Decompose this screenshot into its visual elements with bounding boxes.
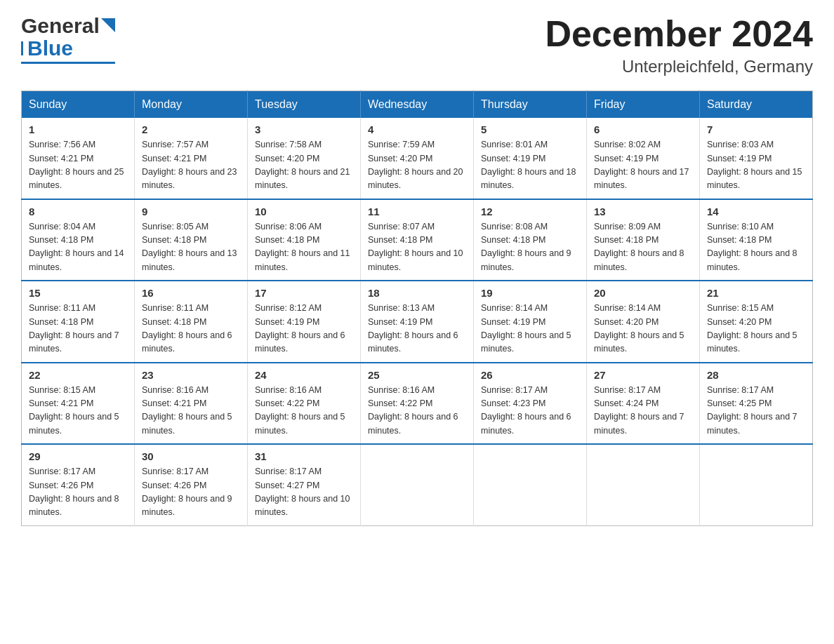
calendar-cell: 21 Sunrise: 8:15 AMSunset: 4:20 PMDaylig… [700, 281, 813, 363]
day-number: 21 [707, 287, 805, 299]
weekday-header-friday: Friday [587, 91, 700, 119]
day-number: 12 [481, 206, 579, 217]
day-info: Sunrise: 8:05 AMSunset: 4:18 PMDaylight:… [142, 220, 240, 275]
calendar-cell [700, 444, 813, 525]
logo: General Blue [21, 14, 115, 64]
day-number: 8 [29, 206, 127, 217]
calendar-cell: 5 Sunrise: 8:01 AMSunset: 4:19 PMDayligh… [474, 118, 587, 199]
calendar-cell: 17 Sunrise: 8:12 AMSunset: 4:19 PMDaylig… [248, 281, 361, 363]
day-info: Sunrise: 8:06 AMSunset: 4:18 PMDaylight:… [255, 220, 353, 275]
calendar-cell [361, 444, 474, 525]
day-info: Sunrise: 7:59 AMSunset: 4:20 PMDaylight:… [368, 138, 466, 193]
calendar-cell: 16 Sunrise: 8:11 AMSunset: 4:18 PMDaylig… [135, 281, 248, 363]
calendar-cell: 4 Sunrise: 7:59 AMSunset: 4:20 PMDayligh… [361, 118, 474, 199]
calendar-cell: 3 Sunrise: 7:58 AMSunset: 4:20 PMDayligh… [248, 118, 361, 199]
calendar-cell: 8 Sunrise: 8:04 AMSunset: 4:18 PMDayligh… [22, 199, 135, 281]
calendar-cell: 27 Sunrise: 8:17 AMSunset: 4:24 PMDaylig… [587, 363, 700, 445]
calendar-cell: 29 Sunrise: 8:17 AMSunset: 4:26 PMDaylig… [22, 444, 135, 525]
day-info: Sunrise: 8:16 AMSunset: 4:21 PMDaylight:… [142, 384, 240, 438]
location-title: Unterpleichfeld, Germany [545, 57, 813, 76]
day-number: 25 [368, 369, 466, 381]
day-info: Sunrise: 8:14 AMSunset: 4:20 PMDaylight:… [594, 302, 692, 356]
day-info: Sunrise: 8:10 AMSunset: 4:18 PMDaylight:… [707, 220, 805, 275]
day-info: Sunrise: 8:08 AMSunset: 4:18 PMDaylight:… [481, 220, 579, 275]
day-number: 16 [142, 287, 240, 299]
day-number: 30 [142, 450, 240, 462]
day-number: 15 [29, 287, 127, 299]
day-info: Sunrise: 8:15 AMSunset: 4:20 PMDaylight:… [707, 302, 805, 356]
day-number: 27 [594, 369, 692, 381]
calendar-cell: 22 Sunrise: 8:15 AMSunset: 4:21 PMDaylig… [22, 363, 135, 445]
day-info: Sunrise: 8:02 AMSunset: 4:19 PMDaylight:… [594, 138, 692, 193]
day-number: 1 [29, 123, 127, 135]
day-info: Sunrise: 7:58 AMSunset: 4:20 PMDaylight:… [255, 138, 353, 193]
day-number: 3 [255, 123, 353, 135]
logo-blue: Blue [23, 36, 73, 60]
day-info: Sunrise: 8:17 AMSunset: 4:24 PMDaylight:… [594, 384, 692, 438]
calendar-cell: 31 Sunrise: 8:17 AMSunset: 4:27 PMDaylig… [248, 444, 361, 525]
day-number: 13 [594, 206, 692, 217]
calendar-cell: 1 Sunrise: 7:56 AMSunset: 4:21 PMDayligh… [22, 118, 135, 199]
calendar-cell: 11 Sunrise: 8:07 AMSunset: 4:18 PMDaylig… [361, 199, 474, 281]
logo-underline [21, 62, 115, 64]
calendar-week-row: 22 Sunrise: 8:15 AMSunset: 4:21 PMDaylig… [22, 363, 813, 445]
day-info: Sunrise: 8:01 AMSunset: 4:19 PMDaylight:… [481, 138, 579, 193]
day-info: Sunrise: 8:11 AMSunset: 4:18 PMDaylight:… [29, 302, 127, 356]
day-number: 10 [255, 206, 353, 217]
day-info: Sunrise: 8:12 AMSunset: 4:19 PMDaylight:… [255, 302, 353, 356]
day-number: 24 [255, 369, 353, 381]
calendar-cell: 2 Sunrise: 7:57 AMSunset: 4:21 PMDayligh… [135, 118, 248, 199]
day-info: Sunrise: 8:17 AMSunset: 4:27 PMDaylight:… [255, 465, 353, 520]
calendar-header-row: SundayMondayTuesdayWednesdayThursdayFrid… [22, 91, 813, 119]
calendar-cell: 20 Sunrise: 8:14 AMSunset: 4:20 PMDaylig… [587, 281, 700, 363]
calendar-cell: 18 Sunrise: 8:13 AMSunset: 4:19 PMDaylig… [361, 281, 474, 363]
day-info: Sunrise: 8:07 AMSunset: 4:18 PMDaylight:… [368, 220, 466, 275]
weekday-header-tuesday: Tuesday [248, 91, 361, 119]
calendar-cell: 24 Sunrise: 8:16 AMSunset: 4:22 PMDaylig… [248, 363, 361, 445]
day-number: 4 [368, 123, 466, 135]
weekday-header-saturday: Saturday [700, 91, 813, 119]
svg-marker-0 [101, 18, 115, 32]
calendar-cell: 30 Sunrise: 8:17 AMSunset: 4:26 PMDaylig… [135, 444, 248, 525]
day-number: 5 [481, 123, 579, 135]
day-info: Sunrise: 8:16 AMSunset: 4:22 PMDaylight:… [368, 384, 466, 438]
calendar-cell: 13 Sunrise: 8:09 AMSunset: 4:18 PMDaylig… [587, 199, 700, 281]
calendar-week-row: 15 Sunrise: 8:11 AMSunset: 4:18 PMDaylig… [22, 281, 813, 363]
day-number: 11 [368, 206, 466, 217]
calendar-week-row: 29 Sunrise: 8:17 AMSunset: 4:26 PMDaylig… [22, 444, 813, 525]
calendar-cell: 12 Sunrise: 8:08 AMSunset: 4:18 PMDaylig… [474, 199, 587, 281]
calendar-cell: 23 Sunrise: 8:16 AMSunset: 4:21 PMDaylig… [135, 363, 248, 445]
day-number: 20 [594, 287, 692, 299]
day-number: 23 [142, 369, 240, 381]
weekday-header-sunday: Sunday [22, 91, 135, 119]
day-info: Sunrise: 8:17 AMSunset: 4:26 PMDaylight:… [29, 465, 127, 520]
day-number: 26 [481, 369, 579, 381]
day-info: Sunrise: 8:09 AMSunset: 4:18 PMDaylight:… [594, 220, 692, 275]
calendar-cell: 19 Sunrise: 8:14 AMSunset: 4:19 PMDaylig… [474, 281, 587, 363]
day-number: 28 [707, 369, 805, 381]
day-number: 14 [707, 206, 805, 217]
day-number: 17 [255, 287, 353, 299]
day-number: 7 [707, 123, 805, 135]
day-info: Sunrise: 7:56 AMSunset: 4:21 PMDaylight:… [29, 138, 127, 193]
day-number: 18 [368, 287, 466, 299]
day-info: Sunrise: 8:16 AMSunset: 4:22 PMDaylight:… [255, 384, 353, 438]
weekday-header-wednesday: Wednesday [361, 91, 474, 119]
calendar-table: SundayMondayTuesdayWednesdayThursdayFrid… [21, 90, 813, 526]
calendar-cell: 14 Sunrise: 8:10 AMSunset: 4:18 PMDaylig… [700, 199, 813, 281]
day-info: Sunrise: 8:14 AMSunset: 4:19 PMDaylight:… [481, 302, 579, 356]
day-info: Sunrise: 8:17 AMSunset: 4:23 PMDaylight:… [481, 384, 579, 438]
calendar-cell [474, 444, 587, 525]
day-number: 6 [594, 123, 692, 135]
calendar-cell: 25 Sunrise: 8:16 AMSunset: 4:22 PMDaylig… [361, 363, 474, 445]
day-info: Sunrise: 8:03 AMSunset: 4:19 PMDaylight:… [707, 138, 805, 193]
day-info: Sunrise: 8:15 AMSunset: 4:21 PMDaylight:… [29, 384, 127, 438]
calendar-cell [587, 444, 700, 525]
day-info: Sunrise: 8:13 AMSunset: 4:19 PMDaylight:… [368, 302, 466, 356]
day-info: Sunrise: 8:17 AMSunset: 4:26 PMDaylight:… [142, 465, 240, 520]
calendar-cell: 26 Sunrise: 8:17 AMSunset: 4:23 PMDaylig… [474, 363, 587, 445]
month-title: December 2024 [545, 14, 813, 54]
calendar-cell: 6 Sunrise: 8:02 AMSunset: 4:19 PMDayligh… [587, 118, 700, 199]
day-info: Sunrise: 7:57 AMSunset: 4:21 PMDaylight:… [142, 138, 240, 193]
title-section: December 2024 Unterpleichfeld, Germany [545, 14, 813, 76]
